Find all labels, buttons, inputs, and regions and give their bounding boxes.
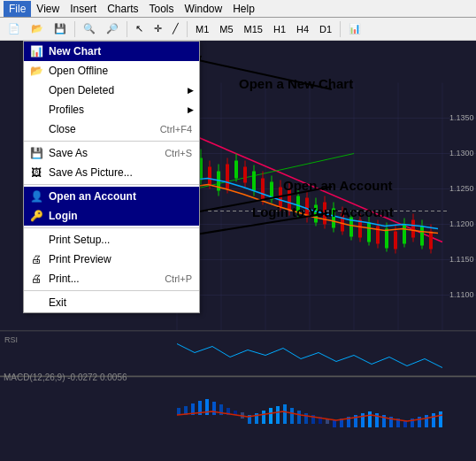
svg-rect-101 — [290, 408, 294, 424]
print-icon: 🖨 — [27, 270, 45, 288]
crosshair-btn[interactable]: ✛ — [150, 20, 166, 37]
svg-text:1.1250: 1.1250 — [449, 184, 474, 193]
menu-open-offline[interactable]: 📂 Open Offline — [24, 61, 199, 81]
separator-4 — [24, 290, 199, 291]
separator-4 — [340, 21, 341, 37]
menu-file[interactable]: File — [4, 1, 31, 17]
annotation-login: Login to Your Account — [252, 204, 394, 219]
menu-open-deleted[interactable]: Open Deleted — [24, 81, 199, 100]
svg-text:RSI: RSI — [4, 335, 18, 344]
svg-rect-112 — [368, 411, 372, 427]
menu-tools[interactable]: Tools — [144, 1, 180, 17]
svg-rect-100 — [283, 404, 287, 424]
picture-icon: 🖼 — [27, 164, 45, 181]
new-chart-icon: 📊 — [27, 42, 45, 60]
svg-text:1.1300: 1.1300 — [449, 149, 474, 158]
svg-rect-85 — [177, 408, 180, 415]
svg-rect-98 — [269, 408, 273, 424]
period-h4-btn[interactable]: H4 — [292, 21, 313, 37]
svg-text:1.1200: 1.1200 — [449, 219, 474, 228]
svg-rect-99 — [276, 406, 280, 424]
period-m15-btn[interactable]: M15 — [240, 21, 267, 37]
separator-1 — [74, 21, 75, 37]
indicator-btn[interactable]: 📊 — [344, 20, 365, 37]
login-icon: 🔑 — [27, 207, 45, 225]
zoom-in-btn[interactable]: 🔍 — [79, 20, 100, 37]
svg-rect-121 — [432, 413, 435, 427]
menu-help[interactable]: Help — [227, 1, 260, 17]
separator-3 — [24, 227, 199, 228]
separator-3 — [187, 21, 188, 37]
main-content: 1.1350 1.1300 1.1250 1.1200 1.1150 1.110… — [0, 41, 476, 461]
menu-bar: File View Insert Charts Tools Window Hel… — [0, 0, 476, 18]
svg-rect-103 — [304, 413, 308, 424]
save-btn[interactable]: 💾 — [50, 20, 71, 37]
svg-text:1.1350: 1.1350 — [449, 113, 474, 122]
svg-rect-120 — [425, 415, 428, 427]
line-btn[interactable]: ╱ — [168, 20, 183, 37]
svg-rect-102 — [297, 411, 301, 424]
save-as-icon: 💾 — [27, 144, 45, 162]
svg-rect-97 — [262, 411, 265, 424]
svg-rect-90 — [212, 402, 216, 415]
open-btn[interactable]: 📂 — [27, 20, 48, 37]
svg-text:1.1100: 1.1100 — [449, 290, 474, 299]
period-m5-btn[interactable]: M5 — [215, 21, 237, 37]
menu-open-account[interactable]: 👤 Open an Account — [24, 187, 199, 206]
annotation-open-account: Open an Account — [283, 178, 393, 193]
menu-view[interactable]: View — [31, 1, 65, 17]
menu-save-as-picture[interactable]: 🖼 Save As Picture... — [24, 163, 199, 182]
menu-close[interactable]: Close Ctrl+F4 — [24, 119, 199, 139]
macd-label: MACD(12,26,9) -0.0272 0.0056 — [4, 371, 127, 383]
svg-rect-111 — [361, 413, 365, 427]
menu-print[interactable]: 🖨 Print... Ctrl+P — [24, 269, 199, 288]
menu-save-as[interactable]: 💾 Save As Ctrl+S — [24, 143, 199, 163]
account-icon: 👤 — [27, 188, 45, 205]
svg-rect-79 — [0, 331, 476, 332]
menu-insert[interactable]: Insert — [65, 1, 102, 17]
separator-2 — [24, 184, 199, 185]
period-h1-btn[interactable]: H1 — [269, 21, 290, 37]
toolbar: 📄 📂 💾 🔍 🔎 ↖ ✛ ╱ M1 M5 M15 H1 H4 D1 📊 — [0, 18, 476, 41]
svg-rect-119 — [418, 417, 421, 427]
period-btn[interactable]: M1 — [191, 21, 213, 37]
menu-new-chart[interactable]: 📊 New Chart — [24, 42, 199, 61]
menu-print-setup[interactable]: Print Setup... — [24, 230, 199, 250]
macd-chart — [0, 381, 476, 461]
zoom-out-btn[interactable]: 🔎 — [102, 20, 123, 37]
cursor-btn[interactable]: ↖ — [131, 20, 148, 37]
svg-rect-107 — [333, 420, 336, 427]
menu-charts[interactable]: Charts — [102, 1, 143, 17]
new-chart-btn[interactable]: 📄 — [4, 20, 25, 37]
separator-1 — [24, 141, 199, 142]
menu-print-preview[interactable]: 🖨 Print Preview — [24, 250, 199, 269]
menu-login[interactable]: 🔑 Login — [24, 206, 199, 226]
svg-rect-122 — [439, 411, 442, 427]
menu-window[interactable]: Window — [180, 1, 228, 17]
annotation-new-chart: Open a New Chart — [239, 76, 353, 91]
svg-text:1.1150: 1.1150 — [449, 255, 474, 264]
separator-2 — [127, 21, 127, 37]
open-offline-icon: 📂 — [27, 62, 45, 80]
menu-profiles[interactable]: Profiles — [24, 100, 199, 119]
period-d1-btn[interactable]: D1 — [315, 21, 336, 37]
preview-icon: 🖨 — [27, 250, 45, 268]
dropdown-menu: 📊 New Chart 📂 Open Offline Open Deleted … — [23, 41, 200, 313]
menu-exit[interactable]: Exit — [24, 293, 199, 312]
